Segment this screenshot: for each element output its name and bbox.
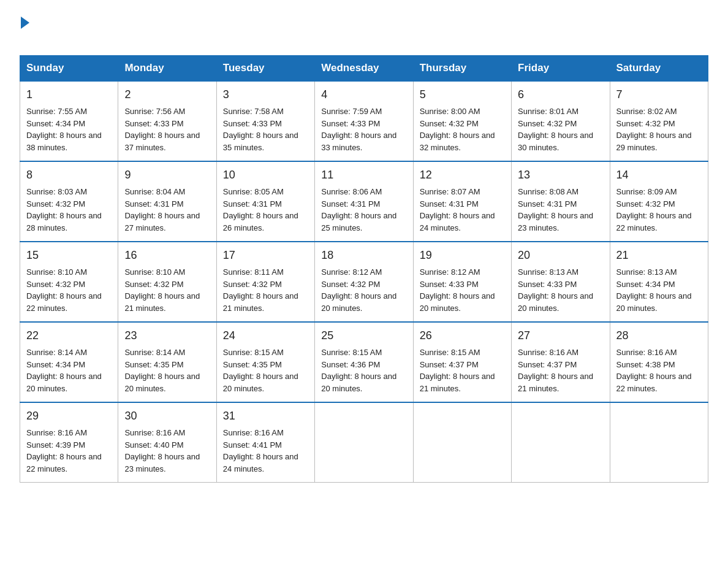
header-day-friday: Friday <box>512 56 610 82</box>
calendar-week-row: 1 Sunrise: 7:55 AMSunset: 4:34 PMDayligh… <box>20 81 708 161</box>
calendar-cell: 31 Sunrise: 8:16 AMSunset: 4:41 PMDaylig… <box>216 402 314 483</box>
day-number: 15 <box>26 247 112 264</box>
day-number: 14 <box>616 167 702 183</box>
calendar-cell: 9 Sunrise: 8:04 AMSunset: 4:31 PMDayligh… <box>118 161 216 242</box>
calendar-cell: 13 Sunrise: 8:08 AMSunset: 4:31 PMDaylig… <box>512 161 610 242</box>
day-info: Sunrise: 8:01 AMSunset: 4:32 PMDaylight:… <box>518 107 593 152</box>
day-number: 26 <box>420 327 505 344</box>
day-info: Sunrise: 8:14 AMSunset: 4:35 PMDaylight:… <box>124 348 200 393</box>
day-number: 29 <box>26 408 112 424</box>
day-info: Sunrise: 8:04 AMSunset: 4:31 PMDaylight:… <box>124 187 200 232</box>
calendar-cell: 1 Sunrise: 7:55 AMSunset: 4:34 PMDayligh… <box>20 81 118 161</box>
calendar-cell: 16 Sunrise: 8:10 AMSunset: 4:32 PMDaylig… <box>118 242 216 322</box>
day-number: 19 <box>420 247 505 264</box>
calendar-cell <box>512 402 610 483</box>
day-number: 20 <box>518 247 603 264</box>
calendar-cell <box>610 402 708 483</box>
calendar-cell: 27 Sunrise: 8:16 AMSunset: 4:37 PMDaylig… <box>512 322 610 402</box>
page-header <box>20 15 708 44</box>
header-day-tuesday: Tuesday <box>216 56 314 82</box>
header-day-sunday: Sunday <box>20 56 118 82</box>
day-number: 8 <box>26 167 112 183</box>
day-number: 4 <box>321 86 406 103</box>
calendar-week-row: 8 Sunrise: 8:03 AMSunset: 4:32 PMDayligh… <box>20 161 708 242</box>
calendar-cell <box>413 402 511 483</box>
day-info: Sunrise: 7:58 AMSunset: 4:33 PMDaylight:… <box>223 107 298 152</box>
day-info: Sunrise: 7:55 AMSunset: 4:34 PMDaylight:… <box>26 107 102 152</box>
day-info: Sunrise: 7:56 AMSunset: 4:33 PMDaylight:… <box>124 107 200 152</box>
day-number: 1 <box>26 86 112 103</box>
calendar-cell: 3 Sunrise: 7:58 AMSunset: 4:33 PMDayligh… <box>216 81 314 161</box>
header-day-wednesday: Wednesday <box>315 56 413 82</box>
day-number: 2 <box>124 86 210 103</box>
day-info: Sunrise: 8:16 AMSunset: 4:39 PMDaylight:… <box>26 428 102 473</box>
day-number: 5 <box>420 86 505 103</box>
day-info: Sunrise: 8:16 AMSunset: 4:40 PMDaylight:… <box>124 428 200 473</box>
day-number: 27 <box>518 327 603 344</box>
calendar-cell: 2 Sunrise: 7:56 AMSunset: 4:33 PMDayligh… <box>118 81 216 161</box>
day-info: Sunrise: 8:08 AMSunset: 4:31 PMDaylight:… <box>518 187 593 232</box>
day-number: 7 <box>616 86 702 103</box>
calendar-cell: 18 Sunrise: 8:12 AMSunset: 4:32 PMDaylig… <box>315 242 413 322</box>
calendar-cell: 10 Sunrise: 8:05 AMSunset: 4:31 PMDaylig… <box>216 161 314 242</box>
calendar-cell: 11 Sunrise: 8:06 AMSunset: 4:31 PMDaylig… <box>315 161 413 242</box>
day-number: 31 <box>223 408 308 424</box>
day-info: Sunrise: 7:59 AMSunset: 4:33 PMDaylight:… <box>321 107 396 152</box>
calendar-cell: 23 Sunrise: 8:14 AMSunset: 4:35 PMDaylig… <box>118 322 216 402</box>
calendar-cell: 7 Sunrise: 8:02 AMSunset: 4:32 PMDayligh… <box>610 81 708 161</box>
day-info: Sunrise: 8:09 AMSunset: 4:32 PMDaylight:… <box>616 187 692 232</box>
day-info: Sunrise: 8:13 AMSunset: 4:33 PMDaylight:… <box>518 267 593 313</box>
day-info: Sunrise: 8:14 AMSunset: 4:34 PMDaylight:… <box>26 348 102 393</box>
header-day-saturday: Saturday <box>610 56 708 82</box>
calendar-week-row: 22 Sunrise: 8:14 AMSunset: 4:34 PMDaylig… <box>20 322 708 402</box>
day-info: Sunrise: 8:11 AMSunset: 4:32 PMDaylight:… <box>223 267 298 313</box>
calendar-cell: 30 Sunrise: 8:16 AMSunset: 4:40 PMDaylig… <box>118 402 216 483</box>
day-info: Sunrise: 8:06 AMSunset: 4:31 PMDaylight:… <box>321 187 396 232</box>
calendar-cell: 24 Sunrise: 8:15 AMSunset: 4:35 PMDaylig… <box>216 322 314 402</box>
day-info: Sunrise: 8:12 AMSunset: 4:33 PMDaylight:… <box>420 267 495 313</box>
day-info: Sunrise: 8:00 AMSunset: 4:32 PMDaylight:… <box>420 107 495 152</box>
calendar-cell: 29 Sunrise: 8:16 AMSunset: 4:39 PMDaylig… <box>20 402 118 483</box>
calendar-cell: 4 Sunrise: 7:59 AMSunset: 4:33 PMDayligh… <box>315 81 413 161</box>
day-info: Sunrise: 8:15 AMSunset: 4:37 PMDaylight:… <box>420 348 495 393</box>
day-number: 21 <box>616 247 702 264</box>
day-number: 10 <box>223 167 308 183</box>
day-info: Sunrise: 8:10 AMSunset: 4:32 PMDaylight:… <box>124 267 200 313</box>
day-number: 23 <box>124 327 210 344</box>
day-number: 30 <box>124 408 210 424</box>
calendar-cell: 6 Sunrise: 8:01 AMSunset: 4:32 PMDayligh… <box>512 81 610 161</box>
day-number: 17 <box>223 247 308 264</box>
header-day-thursday: Thursday <box>413 56 511 82</box>
calendar-cell: 22 Sunrise: 8:14 AMSunset: 4:34 PMDaylig… <box>20 322 118 402</box>
calendar-cell: 28 Sunrise: 8:16 AMSunset: 4:38 PMDaylig… <box>610 322 708 402</box>
calendar-header-row: SundayMondayTuesdayWednesdayThursdayFrid… <box>20 56 708 82</box>
day-number: 25 <box>321 327 406 344</box>
day-info: Sunrise: 8:03 AMSunset: 4:32 PMDaylight:… <box>26 187 102 232</box>
day-info: Sunrise: 8:16 AMSunset: 4:41 PMDaylight:… <box>223 428 298 473</box>
day-number: 12 <box>420 167 505 183</box>
logo-blank <box>20 28 51 44</box>
day-info: Sunrise: 8:05 AMSunset: 4:31 PMDaylight:… <box>223 187 298 232</box>
day-number: 24 <box>223 327 308 344</box>
day-number: 18 <box>321 247 406 264</box>
calendar-cell: 5 Sunrise: 8:00 AMSunset: 4:32 PMDayligh… <box>413 81 511 161</box>
calendar-cell: 19 Sunrise: 8:12 AMSunset: 4:33 PMDaylig… <box>413 242 511 322</box>
logo-area <box>20 15 51 44</box>
day-number: 13 <box>518 167 603 183</box>
day-number: 28 <box>616 327 702 344</box>
day-info: Sunrise: 8:16 AMSunset: 4:37 PMDaylight:… <box>518 348 593 393</box>
day-info: Sunrise: 8:15 AMSunset: 4:36 PMDaylight:… <box>321 348 396 393</box>
calendar-cell: 14 Sunrise: 8:09 AMSunset: 4:32 PMDaylig… <box>610 161 708 242</box>
day-number: 6 <box>518 86 603 103</box>
calendar-cell: 12 Sunrise: 8:07 AMSunset: 4:31 PMDaylig… <box>413 161 511 242</box>
calendar-cell: 21 Sunrise: 8:13 AMSunset: 4:34 PMDaylig… <box>610 242 708 322</box>
day-info: Sunrise: 8:02 AMSunset: 4:32 PMDaylight:… <box>616 107 692 152</box>
calendar-table: SundayMondayTuesdayWednesdayThursdayFrid… <box>20 55 708 483</box>
calendar-cell: 15 Sunrise: 8:10 AMSunset: 4:32 PMDaylig… <box>20 242 118 322</box>
day-info: Sunrise: 8:07 AMSunset: 4:31 PMDaylight:… <box>420 187 495 232</box>
calendar-cell: 20 Sunrise: 8:13 AMSunset: 4:33 PMDaylig… <box>512 242 610 322</box>
day-number: 3 <box>223 86 308 103</box>
calendar-week-row: 29 Sunrise: 8:16 AMSunset: 4:39 PMDaylig… <box>20 402 708 483</box>
calendar-cell <box>315 402 413 483</box>
day-number: 22 <box>26 327 112 344</box>
